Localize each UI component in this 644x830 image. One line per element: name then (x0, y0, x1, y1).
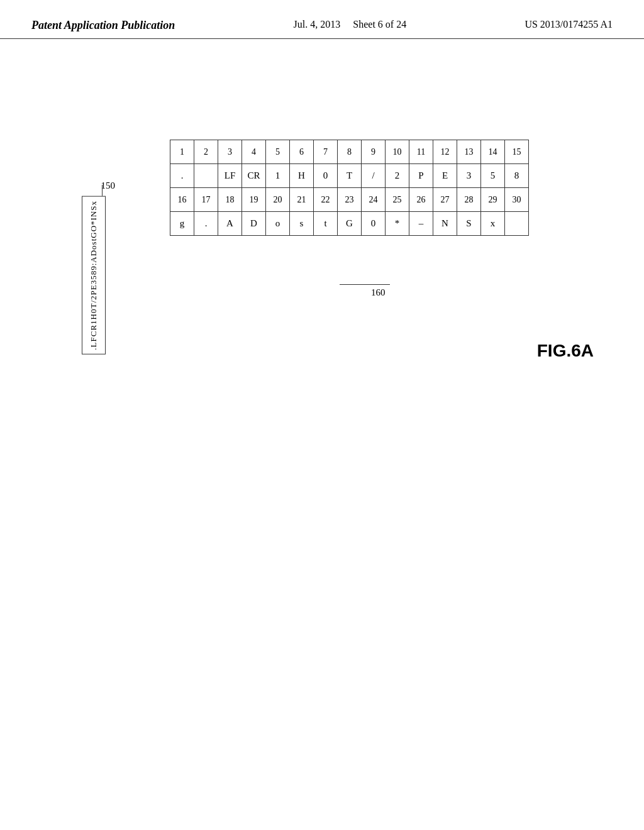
table-cell: 1 (170, 140, 194, 164)
sheet-number: Sheet 6 of 24 (353, 19, 406, 30)
table-cell: 23 (338, 188, 362, 212)
label-150-line (102, 185, 103, 196)
table-cell: * (386, 212, 409, 236)
table-cell: t (314, 212, 338, 236)
table-row: . LF CR 1 H 0 T / 2 P E 3 5 8 (170, 164, 529, 188)
table-cell: 8 (338, 140, 362, 164)
table-cell: 16 (170, 188, 194, 212)
table-cell: 20 (266, 188, 290, 212)
data-table: 1 2 3 4 5 6 7 8 9 10 11 12 13 14 15 (170, 140, 529, 236)
patent-number: US 2013/0174255 A1 (525, 19, 613, 30)
table-cell: N (433, 212, 457, 236)
table-cell: 15 (505, 140, 529, 164)
main-content: 150 .LFCR1H0T/2PE3589:ADostGO*INSx 1 2 3… (0, 39, 644, 819)
table-cell: x (481, 212, 505, 236)
table-row: g . A D o s t G 0 * – N S x (170, 212, 529, 236)
table-cell: 24 (362, 188, 386, 212)
table-cell: 21 (290, 188, 314, 212)
label-150-group: 150 .LFCR1H0T/2PE3589:ADostGO*INSx (82, 196, 106, 357)
table-cell: . (194, 212, 218, 236)
page-header: Patent Application Publication Jul. 4, 2… (0, 0, 644, 39)
table-cell: 19 (242, 188, 266, 212)
table-cell: A (218, 212, 242, 236)
publication-date: Jul. 4, 2013 (294, 19, 341, 30)
table-cell: . (170, 164, 194, 188)
table-cell: 3 (218, 140, 242, 164)
table-cell: / (362, 164, 386, 188)
label-160-line (340, 284, 390, 285)
table-cell: D (242, 212, 266, 236)
table-cell: 2 (386, 164, 409, 188)
table-cell: 10 (386, 140, 409, 164)
table-cell: 18 (218, 188, 242, 212)
label-150-text: 150 (101, 180, 116, 191)
table-cell: 5 (266, 140, 290, 164)
table-cell: o (266, 212, 290, 236)
label-160-text: 160 (371, 287, 386, 298)
table-cell: 5 (481, 164, 505, 188)
table-cell: 0 (362, 212, 386, 236)
publication-title: Patent Application Publication (31, 19, 175, 32)
table-cell: LF (218, 164, 242, 188)
table-cell: H (290, 164, 314, 188)
table-cell: T (338, 164, 362, 188)
table-cell: 29 (481, 188, 505, 212)
table-row: 1 2 3 4 5 6 7 8 9 10 11 12 13 14 15 (170, 140, 529, 164)
table-cell: 0 (314, 164, 338, 188)
table-cell: 4 (242, 140, 266, 164)
table-cell: CR (242, 164, 266, 188)
table-cell: 27 (433, 188, 457, 212)
date-sheet: Jul. 4, 2013 Sheet 6 of 24 (294, 19, 407, 30)
table-cell: 8 (505, 164, 529, 188)
table-cell: 11 (409, 140, 433, 164)
table-row: 16 17 18 19 20 21 22 23 24 25 26 27 28 2… (170, 188, 529, 212)
table-cell: 26 (409, 188, 433, 212)
table-cell: E (433, 164, 457, 188)
figure-label: FIG.6A (537, 341, 594, 361)
table-cell: 6 (290, 140, 314, 164)
table-cell: 9 (362, 140, 386, 164)
table-cell: 22 (314, 188, 338, 212)
table-cell: 25 (386, 188, 409, 212)
table-cell: 2 (194, 140, 218, 164)
table-cell (194, 164, 218, 188)
table-cell: 3 (457, 164, 481, 188)
table-cell: P (409, 164, 433, 188)
table-cell: 30 (505, 188, 529, 212)
data-table-container: 1 2 3 4 5 6 7 8 9 10 11 12 13 14 15 (170, 140, 529, 236)
table-cell: – (409, 212, 433, 236)
table-cell: 13 (457, 140, 481, 164)
table-cell (505, 212, 529, 236)
table-cell: 14 (481, 140, 505, 164)
table-cell: 17 (194, 188, 218, 212)
table-cell: G (338, 212, 362, 236)
table-cell: g (170, 212, 194, 236)
table-cell: 28 (457, 188, 481, 212)
table-cell: S (457, 212, 481, 236)
label-box: .LFCR1H0T/2PE3589:ADostGO*INSx (82, 196, 106, 355)
table-cell: 1 (266, 164, 290, 188)
table-cell: 12 (433, 140, 457, 164)
table-cell: s (290, 212, 314, 236)
table-cell: 7 (314, 140, 338, 164)
